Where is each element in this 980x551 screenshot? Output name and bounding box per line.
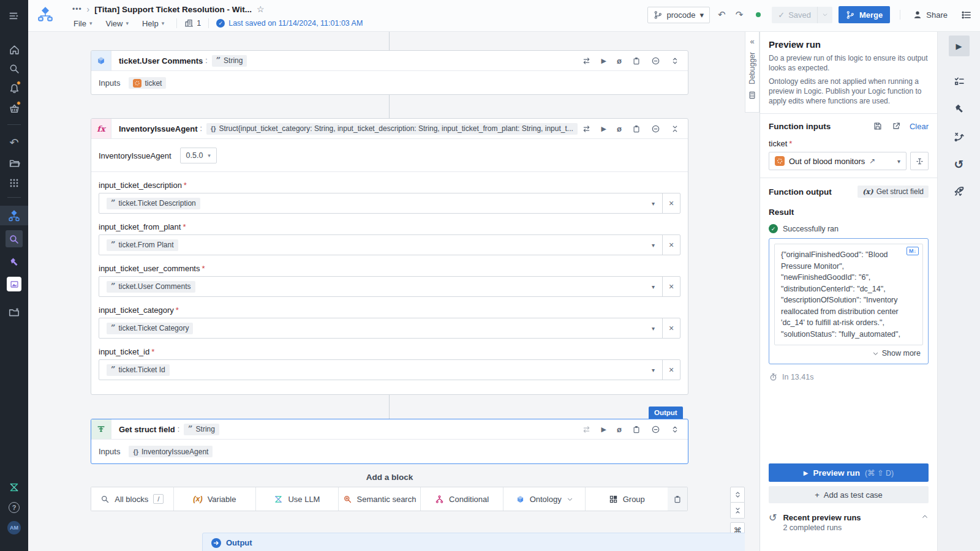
rail-strategy-tab[interactable] <box>953 131 965 143</box>
rail-deploy-tab[interactable] <box>953 186 965 197</box>
all-blocks-button[interactable]: All blocks / <box>91 487 174 511</box>
sidebar-item-notifications[interactable] <box>0 79 28 97</box>
sidebar-item-starred-projects[interactable] <box>0 303 28 321</box>
rail-test-cases-tab[interactable] <box>953 76 965 88</box>
sidebar-item-logic-app[interactable] <box>0 206 28 225</box>
breadcrumb-overflow-button[interactable]: ••• <box>72 5 82 13</box>
input-chip-agent[interactable]: {}InventoryIssueAgent <box>129 446 213 457</box>
transform-button[interactable] <box>582 124 591 133</box>
sidebar-item-files[interactable] <box>0 154 28 172</box>
clear-field-button[interactable]: × <box>662 318 680 338</box>
collapse-block-button[interactable] <box>671 124 679 133</box>
sidebar-item-aip[interactable] <box>0 478 28 497</box>
clear-field-button[interactable]: × <box>662 277 680 296</box>
merge-button[interactable]: Merge <box>839 6 890 23</box>
ticket-object-select[interactable]: Out of blood monitors ↗ ▾ <box>769 152 907 170</box>
sidebar-item-marketplace[interactable] <box>0 99 28 118</box>
field-select-input-ticket-description[interactable]: ”ticket.Ticket Description▾ × <box>99 193 680 214</box>
version-select[interactable]: 0.5.0▾ <box>180 148 217 163</box>
collapse-panel-button[interactable]: « <box>750 37 754 46</box>
output-function-chip[interactable]: (x) Get struct field <box>858 186 929 198</box>
workspace-logo[interactable] <box>36 5 55 23</box>
share-button[interactable]: Share <box>910 10 950 20</box>
recent-preview-runs-section[interactable]: ↺ Recent preview runs 2 completed runs <box>769 513 929 532</box>
use-llm-button[interactable]: Use LLM <box>256 487 339 511</box>
show-more-link[interactable]: Show more <box>774 345 923 359</box>
preview-run-button[interactable]: ▶ Preview run (⌘ ⇧ D) <box>769 463 929 482</box>
variable-button[interactable]: (x) Variable <box>174 487 257 511</box>
remove-block-button[interactable] <box>651 425 660 434</box>
copy-button[interactable] <box>632 425 641 434</box>
save-inputs-button[interactable] <box>873 121 883 131</box>
field-select-input-ticket-from-plant[interactable]: ”ticket.From Plant▾ × <box>99 234 680 255</box>
markdown-toggle-badge[interactable]: M↓ <box>907 247 919 255</box>
expand-block-button[interactable] <box>671 56 679 66</box>
panel-list-button[interactable] <box>961 10 971 20</box>
conditional-button[interactable]: Conditional <box>421 487 503 511</box>
ontology-button[interactable]: Ontology <box>503 487 586 511</box>
transform-button[interactable] <box>582 425 591 434</box>
expand-all-button[interactable] <box>730 487 745 503</box>
menu-file[interactable]: File▾ <box>69 17 97 30</box>
undo-button[interactable]: ↶ <box>716 9 728 20</box>
transform-button[interactable] <box>582 56 591 66</box>
semantic-search-button[interactable]: Semantic search <box>339 487 421 511</box>
tab-debugger[interactable]: Debugger <box>748 52 756 84</box>
sidebar-item-account[interactable]: AM <box>0 519 28 537</box>
resource-count-button[interactable]: 1 <box>184 18 201 28</box>
sidebar-item-media-app[interactable] <box>0 275 28 293</box>
add-as-test-case-button[interactable]: + Add as test case <box>769 486 929 503</box>
sidebar-item-search[interactable] <box>0 59 28 78</box>
block-header[interactable]: Get struct field : ”String ▶ ø <box>91 419 688 440</box>
field-select-input-ticket-category[interactable]: ”ticket.Ticket Category▾ × <box>99 318 680 339</box>
run-block-button[interactable]: ▶ <box>601 57 606 65</box>
favorite-star-icon[interactable]: ☆ <box>257 4 265 14</box>
load-inputs-button[interactable] <box>891 121 901 131</box>
input-chip-ticket[interactable]: ticket <box>129 77 166 89</box>
block-header[interactable]: fx InventoryIssueAgent : {}Struct{input_… <box>91 119 688 139</box>
main-menu-button[interactable] <box>0 7 28 25</box>
type-chip: ”String <box>212 55 247 67</box>
paste-block-button[interactable] <box>668 487 687 511</box>
rail-build-tab[interactable] <box>953 103 965 114</box>
remove-block-button[interactable] <box>651 124 660 133</box>
field-select-input-ticket-id[interactable]: ”ticket.Ticket Id▾ × <box>99 359 680 380</box>
sidebar-item-apps[interactable] <box>0 174 28 192</box>
sidebar-item-object-explorer[interactable] <box>0 230 28 249</box>
run-block-button[interactable]: ▶ <box>601 125 606 133</box>
saved-button-caret[interactable] <box>817 7 832 23</box>
sidebar-item-recents[interactable]: ↶ <box>0 133 28 152</box>
open-object-icon[interactable]: ↗ <box>869 157 875 165</box>
hide-output-button[interactable]: ø <box>617 425 622 433</box>
field-select-input-ticket-user-comments[interactable]: ”ticket.User Comments▾ × <box>99 276 680 297</box>
saved-button-main[interactable]: ✓Saved <box>772 7 817 23</box>
debugger-console-icon[interactable] <box>748 91 756 100</box>
remove-block-button[interactable] <box>651 56 660 66</box>
clear-field-button[interactable]: × <box>662 360 680 380</box>
rail-history-tab[interactable]: ↺ <box>954 157 964 171</box>
clear-field-button[interactable]: × <box>662 193 680 213</box>
menu-help[interactable]: Help▾ <box>137 17 169 30</box>
collapse-section-button[interactable] <box>921 513 929 520</box>
branch-selector[interactable]: procode ▾ <box>647 7 710 23</box>
block-header[interactable]: ticket.User Comments : ”String ▶ ø <box>91 51 688 71</box>
group-button[interactable]: Group <box>586 487 668 511</box>
rail-preview-run-tab[interactable]: ▶ <box>949 36 970 56</box>
expand-block-button[interactable] <box>671 425 679 434</box>
hide-output-button[interactable]: ø <box>617 57 622 65</box>
clear-inputs-link[interactable]: Clear <box>910 122 929 131</box>
sidebar-item-home[interactable] <box>0 40 28 59</box>
sidebar-item-help[interactable]: ? <box>0 498 28 517</box>
hide-output-button[interactable]: ø <box>617 125 622 133</box>
menu-view[interactable]: View▾ <box>100 17 133 30</box>
last-saved-status[interactable]: ✓ Last saved on 11/14/2024, 11:01:03 AM <box>216 19 363 28</box>
collapse-all-button[interactable] <box>730 503 745 519</box>
manual-entry-button[interactable] <box>910 152 929 170</box>
copy-button[interactable] <box>632 124 641 133</box>
run-block-button[interactable]: ▶ <box>601 425 606 433</box>
copy-button[interactable] <box>632 56 641 66</box>
result-json[interactable]: {"originalFinishedGood": "Blood Pressure… <box>774 244 923 345</box>
redo-button[interactable]: ↷ <box>734 9 745 20</box>
sidebar-item-builder-tool[interactable] <box>0 253 28 271</box>
clear-field-button[interactable]: × <box>662 235 680 255</box>
